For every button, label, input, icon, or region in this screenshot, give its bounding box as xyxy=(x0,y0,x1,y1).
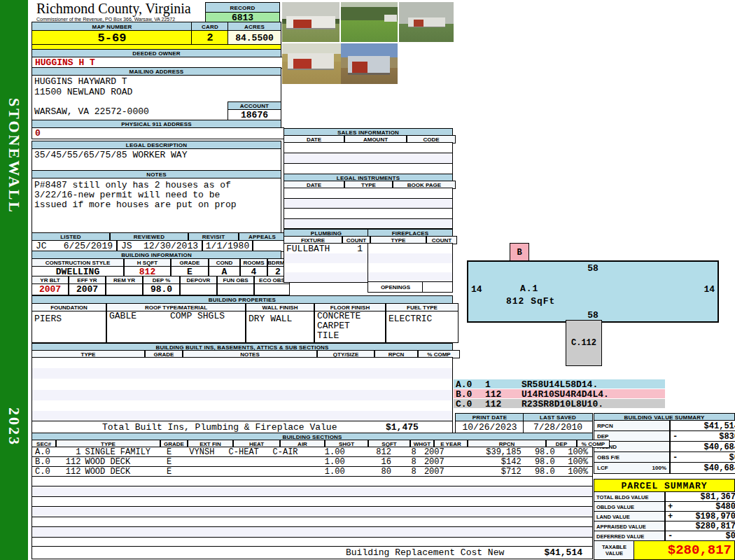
parcel-value: $0 xyxy=(675,531,735,541)
floor-finish-line: CONCRETE xyxy=(315,312,385,321)
empty-row xyxy=(368,253,452,263)
reviewed-by: JS xyxy=(121,241,132,251)
property-photo-1[interactable] xyxy=(282,2,340,42)
floor-finish-line: TILE xyxy=(315,331,385,341)
remyr-value xyxy=(106,284,143,295)
empty-row xyxy=(32,497,592,507)
building-properties-header: FOUNDATION ROOF TYPE/MATERIAL WALL FINIS… xyxy=(31,303,458,311)
parcel-row: LAND VALUE + $198,970 xyxy=(594,511,735,521)
empty-row xyxy=(284,199,452,209)
card-value: 2 xyxy=(191,30,229,46)
photo-building xyxy=(348,56,390,75)
vs-label: LCF100% xyxy=(594,462,670,474)
fireplaces-box xyxy=(368,243,453,283)
parcel-op: + xyxy=(666,512,675,522)
fixture-count: 1 xyxy=(357,244,368,254)
property-photo-4[interactable] xyxy=(282,43,341,84)
legend-sec: A.0 xyxy=(454,379,485,388)
empty-row xyxy=(32,517,592,527)
mailing-line: 11500 NEWLAND ROAD xyxy=(32,88,281,98)
building-sections-header: SEC# TYPE GRADE EXT FIN HEAT AIR SHGT SQ… xyxy=(31,440,610,447)
wall-finish-value-cell: DRY WALL xyxy=(246,311,314,343)
notes-line: issued if more houses are put on prop xyxy=(32,200,281,210)
legend-sec: C.0 xyxy=(454,399,485,408)
sections-empty-rows xyxy=(31,476,593,547)
effyr-value: 2007 xyxy=(69,284,106,295)
review-value-row: JC 6/25/2019 JS 12/30/2013 1/1/1980 xyxy=(31,240,300,251)
sketch-section-c: C.112 xyxy=(566,320,602,366)
map-number-value: 5-69 xyxy=(31,30,192,46)
legend-sec: B.0 xyxy=(454,389,485,398)
parcel-summary-title: PARCEL SUMMARY xyxy=(594,479,735,493)
built-ins-total-value: $1,475 xyxy=(386,422,419,433)
property-photo-5[interactable] xyxy=(341,43,398,84)
empty-row xyxy=(32,400,452,411)
property-photo-3[interactable] xyxy=(399,2,454,42)
floor-finish-value-cell: CONCRETE CARPET TILE xyxy=(314,311,386,343)
legend-num: 112 xyxy=(485,399,522,408)
listed-by: JC xyxy=(36,241,47,251)
property-photo-2[interactable] xyxy=(341,2,398,42)
empty-row xyxy=(284,263,368,273)
notes-line: P#8487 still only has 2 houses as of xyxy=(32,178,281,190)
last-saved-value: 7/28/2010 xyxy=(523,421,593,433)
taxable-value-label: TAXABLE VALUE xyxy=(594,540,635,560)
instruments-empty-rows xyxy=(284,188,453,229)
legend-num: 112 xyxy=(485,389,522,398)
legal-description-value: 35/45/55/65/75/85 WORKER WAY xyxy=(32,149,281,160)
replacement-cost-label: Building Replacement Cost New xyxy=(346,547,504,558)
sketch-dim-bottom: 58 xyxy=(468,310,718,321)
foundation-value: PIERS xyxy=(32,314,62,324)
district-sidebar: STONEWALL 2023 xyxy=(0,0,28,560)
fuel-type-value: ELECTRIC xyxy=(386,314,432,324)
empty-row xyxy=(32,538,592,547)
tax-year: 2023 xyxy=(6,407,22,463)
vs-value: $40,684 xyxy=(680,442,735,452)
value-summary-row: RPCN $41,514 xyxy=(594,420,735,430)
replacement-cost-row: Building Replacement Cost New $41,514 xyxy=(31,546,593,559)
replacement-cost-value: $41,514 xyxy=(544,547,582,558)
empty-row xyxy=(32,486,592,496)
print-date-value: 10/26/2023 xyxy=(455,421,524,433)
depovr-value xyxy=(180,284,217,295)
sketch-a-label: A.1 xyxy=(520,284,538,294)
parcel-value: $280,817 xyxy=(675,522,735,531)
district-name: STONEWALL xyxy=(6,98,22,252)
parcel-value: $81,367 xyxy=(675,492,735,502)
empty-row xyxy=(32,368,452,379)
sketch-legend-row-b: B.0 112 U14R10SU4R4D4L4. xyxy=(454,389,665,398)
ecoobs-value xyxy=(254,284,290,295)
value-summary-row: OBS F/E - $0 xyxy=(594,451,735,462)
foundation-value-cell: PIERS xyxy=(31,311,106,343)
empty-row xyxy=(32,527,592,537)
photo-building xyxy=(384,15,397,22)
sketch-dim-right: 14 xyxy=(704,284,715,295)
built-ins-total-row: Total Built Ins, Plumbing & Fireplace Va… xyxy=(31,421,453,433)
yrblt-value: 2007 xyxy=(31,284,69,295)
sketch-a-sqft: 812 SqFt xyxy=(506,296,555,307)
floor-finish-line: CARPET xyxy=(315,321,385,331)
empty-row xyxy=(284,143,452,153)
review-header-row: LISTED REVIEWED REVISIT APPEALS xyxy=(31,232,286,240)
vs-value: $830 xyxy=(680,432,735,442)
value-summary-row: RCLND $40,684 xyxy=(594,441,735,451)
building-info-values1: DWELLING 812 E A 4 2 xyxy=(31,266,288,276)
sales-empty-rows xyxy=(284,142,453,174)
parcel-value: $480 xyxy=(675,502,735,512)
plumbing-row: FULLBATH 1 xyxy=(284,244,368,253)
empty-row xyxy=(284,153,452,164)
physical-address-value: 0 xyxy=(31,127,284,139)
sketch-section-a: 58 58 14 14 A.1 812 SqFt xyxy=(467,260,719,323)
photo-building xyxy=(288,53,334,70)
empty-row xyxy=(284,253,368,263)
value-summary-row: DEP - $830 xyxy=(594,430,735,441)
county-subtitle: Commissioner of the Revenue, PO Box 366,… xyxy=(36,17,175,22)
openings-value xyxy=(422,281,453,293)
instruments-header: DATE TYPE BOOK PAGE xyxy=(284,181,456,188)
vs-value: $0 xyxy=(680,453,735,463)
sketch-legend-row-c: C.0 112 R23SR8D10L8U10. xyxy=(454,399,665,408)
parcel-row: TOTAL BLDG VALUE $81,367 xyxy=(594,491,735,501)
legal-description-box: 35/45/55/65/75/85 WORKER WAY xyxy=(31,148,281,172)
mailing-line: HUGGINS HAYWARD T xyxy=(32,76,281,88)
parcel-op: - xyxy=(666,531,675,541)
